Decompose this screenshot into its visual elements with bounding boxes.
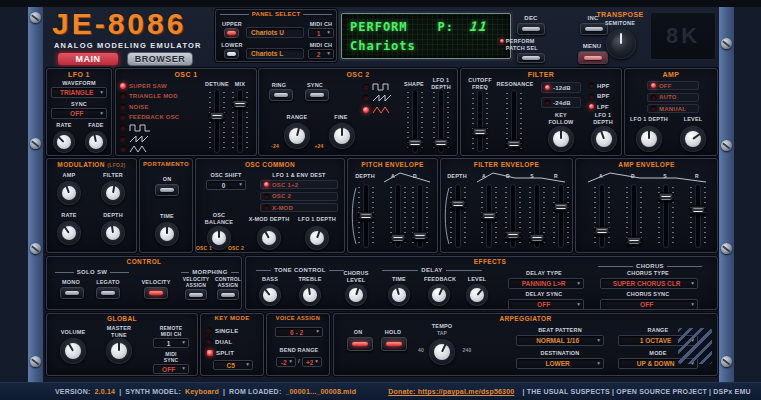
filter-type-option[interactable]: BPF [589, 92, 619, 101]
resonance-slider[interactable] [506, 91, 522, 151]
filter-env-depth-slider[interactable] [450, 185, 466, 247]
key-mode-option[interactable]: SINGLE [207, 326, 259, 335]
slider-handle[interactable] [627, 236, 642, 245]
filter-24db-button[interactable]: -24dB [541, 97, 581, 108]
delay-time-knob[interactable] [388, 284, 410, 306]
slider-handle[interactable] [413, 231, 428, 240]
filter-decay-slider[interactable] [505, 185, 521, 247]
velocity-assign-button[interactable] [185, 289, 207, 300]
portamento-time-knob[interactable] [155, 222, 179, 246]
common-lfo-depth-knob[interactable] [305, 226, 329, 250]
chorus-type-select[interactable]: SUPER CHORUS CLR▾ [600, 278, 698, 289]
mod-rate-knob[interactable] [57, 221, 81, 245]
ring-button[interactable] [269, 89, 293, 101]
mix-slider[interactable] [232, 90, 248, 152]
osc1-wave-option[interactable]: SUPER SAW [120, 81, 202, 90]
amp-sustain-slider[interactable] [658, 185, 674, 247]
slider-handle[interactable] [451, 199, 466, 208]
osc2-wave-option[interactable] [363, 94, 399, 103]
lower-midi-ch-select[interactable]: 2▾ [308, 49, 334, 59]
amp-mode-option[interactable]: OFF [647, 81, 699, 90]
lfo1-sync-select[interactable]: OFF▾ [51, 108, 107, 119]
slider-handle[interactable] [434, 139, 449, 148]
main-tab-button[interactable]: MAIN [57, 52, 119, 66]
delay-sync-select[interactable]: OFF▾ [508, 299, 584, 310]
slider-handle[interactable] [691, 205, 706, 214]
filter-12db-button[interactable]: -12dB [541, 82, 581, 93]
filter-attack-slider[interactable] [481, 185, 497, 247]
amp-level-knob[interactable] [680, 126, 706, 152]
pitch-decay-slider[interactable] [412, 185, 428, 247]
feedback-knob[interactable] [428, 284, 450, 306]
slider-handle[interactable] [530, 234, 545, 243]
delay-level-knob[interactable] [466, 284, 488, 306]
osc2-wave-option[interactable] [363, 82, 399, 91]
lfo1-waveform-select[interactable]: TRIANGLE▾ [51, 87, 107, 98]
slider-handle[interactable] [408, 139, 423, 148]
upper-midi-ch-select[interactable]: 1▾ [308, 28, 334, 38]
pitch-depth-slider[interactable] [358, 185, 374, 247]
arp-on-button[interactable] [347, 337, 373, 351]
env-dest-option[interactable]: X-MOD [260, 203, 338, 212]
osc1-wave-option[interactable]: FEEDBACK OSC [120, 113, 202, 122]
bend-down-select[interactable]: -2▾ [276, 357, 296, 367]
key-follow-knob[interactable] [548, 126, 574, 152]
midi-sync-select[interactable]: OFF▾ [153, 364, 189, 374]
filter-lfo-depth-knob[interactable] [591, 126, 617, 152]
slider-handle[interactable] [233, 99, 248, 108]
slider-handle[interactable] [595, 226, 610, 235]
lfo1-rate-knob[interactable] [53, 131, 75, 153]
amp-mode-option[interactable]: MANUAL [647, 104, 699, 113]
slider-handle[interactable] [507, 139, 522, 148]
lfo1-fade-knob[interactable] [85, 131, 107, 153]
filter-type-option[interactable]: LPF [589, 102, 619, 111]
osc1-wave-option[interactable]: TRIANGLE MOD [120, 92, 202, 101]
slider-handle[interactable] [391, 234, 406, 243]
treble-knob[interactable] [299, 284, 321, 306]
pitch-attack-slider[interactable] [390, 185, 406, 247]
mono-button[interactable] [60, 287, 84, 299]
fine-knob[interactable] [329, 123, 355, 149]
destination-select[interactable]: LOWER▾ [516, 358, 604, 369]
donate-link[interactable]: Donate: https://paypal.me/dsp56300 [388, 388, 514, 395]
control-assign-button[interactable] [217, 289, 239, 300]
arp-hold-button[interactable] [381, 337, 407, 351]
slider-handle[interactable] [473, 127, 488, 136]
voice-assign-select[interactable]: 6 - 2▾ [275, 327, 323, 337]
amp-attack-slider[interactable] [594, 185, 610, 247]
osc-shift-select[interactable]: 0▾ [206, 180, 246, 190]
slider-handle[interactable] [210, 112, 225, 121]
lower-select-button[interactable] [224, 49, 239, 59]
slider-handle[interactable] [482, 212, 497, 221]
shape-slider[interactable] [407, 90, 423, 152]
env-dest-option[interactable]: OSC 1+2 [260, 180, 338, 189]
perform-patchsel-button[interactable] [517, 53, 545, 63]
key-mode-option[interactable]: DUAL [207, 337, 259, 346]
slider-handle[interactable] [554, 203, 569, 212]
amp-decay-slider[interactable] [626, 185, 642, 247]
osc1-wave-option[interactable]: NOISE [120, 102, 202, 111]
osc1-wave-option[interactable] [120, 124, 202, 133]
amp-mode-option[interactable]: AUTO [647, 93, 699, 102]
mod-amp-knob[interactable] [57, 181, 81, 205]
dec-button[interactable] [517, 23, 545, 35]
osc2-lfo-depth-slider[interactable] [433, 90, 449, 152]
filter-release-slider[interactable] [553, 185, 569, 247]
remote-midi-ch-select[interactable]: 1▾ [153, 338, 189, 348]
xmod-depth-knob[interactable] [257, 226, 281, 250]
osc2-wave-option[interactable] [363, 105, 399, 114]
env-dest-option[interactable]: OSC 2 [260, 192, 338, 201]
detune-slider[interactable] [209, 90, 225, 152]
menu-button[interactable] [578, 51, 608, 64]
filter-sustain-slider[interactable] [529, 185, 545, 247]
portamento-on-button[interactable] [155, 184, 179, 196]
osc1-wave-option[interactable] [120, 134, 202, 143]
filter-type-option[interactable]: HPF [589, 81, 619, 90]
beat-pattern-select[interactable]: NORMAL 1/16▾ [516, 335, 604, 346]
upper-select-button[interactable] [224, 28, 239, 38]
osc2-sync-button[interactable] [305, 89, 329, 101]
upper-patch-name[interactable]: Chariots U [246, 27, 304, 38]
tempo-knob[interactable] [429, 339, 455, 365]
master-tune-knob[interactable] [106, 338, 132, 364]
browser-tab-button[interactable]: BROWSER [127, 52, 193, 66]
